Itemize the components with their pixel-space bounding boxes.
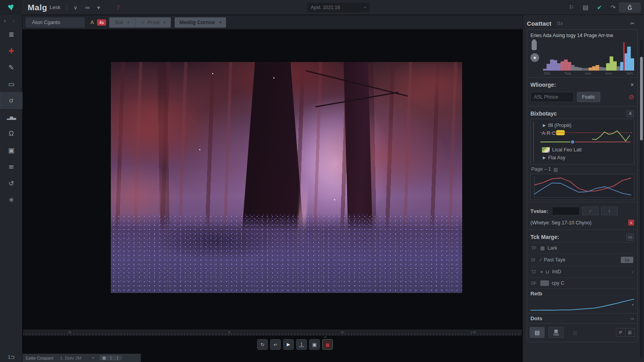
status-label: Eatte Ceapare (26, 356, 54, 360)
dust-speck (199, 149, 200, 150)
segment-prust-label: Prust (147, 19, 159, 25)
back-arrow-icon[interactable]: ‹ (4, 18, 6, 24)
play-button[interactable]: ▶ (283, 339, 294, 350)
ssa-button[interactable]: ▦ SSA (549, 327, 564, 338)
play-icon: ▶ (287, 342, 290, 347)
marge-row-lark[interactable]: TP ▤ Lark (530, 242, 634, 254)
page-row: Page – 1 ▦ (530, 164, 634, 174)
retb-label: Retb (530, 291, 542, 297)
list-view-button[interactable]: ▤ (530, 327, 545, 338)
whiteage-section: Wlioorge: ✕ ASL Phisce Foatic ⊘ (527, 77, 637, 106)
loop-button[interactable]: ↻ (257, 339, 268, 350)
page-grid-icon[interactable]: ▦ (553, 166, 558, 172)
retb-section: Retb ◂ (527, 289, 637, 313)
return-button[interactable]: ↵ (270, 339, 281, 350)
segment-prust[interactable]: ⤫ Prust ▾ (135, 17, 171, 28)
e-button[interactable]: |E (625, 328, 635, 337)
tool-undo-hand[interactable]: ↺ (0, 175, 22, 192)
close-icon[interactable]: ✕ (630, 82, 634, 88)
marge-row-intd[interactable]: TZ » ⊔ IntD › (530, 266, 634, 277)
timecode-dropdown[interactable]: Apxt. 1021:16 ▾ (307, 3, 370, 12)
tool-brush[interactable]: ✚ (0, 43, 22, 59)
list-menu-icon[interactable]: ≔ (85, 4, 90, 11)
brush-icon: ✚ (8, 47, 14, 55)
p-button[interactable]: P (616, 328, 625, 337)
panel-scrollbar[interactable] (640, 40, 643, 358)
arrow-right-icon[interactable]: ⇒ (630, 316, 634, 321)
record-button[interactable]: a (322, 339, 333, 350)
row-label: cpy C (552, 280, 564, 286)
tool-pen[interactable]: ✎ (0, 59, 22, 76)
blend-slider[interactable] (540, 139, 631, 145)
alert-circle-icon[interactable]: ⊘ (629, 93, 634, 101)
foatic-button[interactable]: Foatic (577, 92, 600, 102)
curve-mode-label: Medlig Cornve (179, 19, 215, 25)
whetype-row: (Whetye: Seg 17-10 Chyno) я (530, 218, 634, 228)
segment-sok[interactable]: Sok ▾ (109, 17, 135, 28)
redo-arrow-icon[interactable]: ↷ (610, 4, 616, 11)
timeline-tick-label: 45 (68, 330, 71, 334)
tree-item-local[interactable]: Lical Feo Latt (536, 146, 631, 154)
sidebar-footer-icon[interactable]: 1⊐ (0, 353, 22, 361)
red-square-badge[interactable]: я (628, 220, 634, 226)
slash-button[interactable]: ∕ (582, 207, 599, 215)
histogram-section: Eries Ada Asing togy 14 Prage Arr-tne ◆ … (527, 30, 637, 77)
layers-count-button[interactable]: 4 (626, 110, 634, 117)
bar-chart-icon: ▂▅▃ (7, 115, 15, 120)
scrollbar-thumb[interactable] (640, 57, 643, 140)
layer-thumbnail (542, 147, 550, 153)
tool-waves[interactable]: ≋ (0, 159, 22, 175)
value-input[interactable] (552, 207, 580, 215)
tool-chart[interactable]: ▂▅▃ (0, 109, 22, 125)
g-button[interactable]: Ĝ (619, 2, 641, 13)
chevron-right-icon[interactable]: › (632, 269, 633, 274)
row-value-button[interactable]: 1a (621, 257, 633, 263)
playhead-marker[interactable]: ⌐ (325, 335, 327, 339)
ghost-button[interactable]: ▥ (567, 327, 582, 338)
chevron-down-icon[interactable]: ▾ (97, 4, 100, 11)
flag-icon[interactable]: ⚐ (569, 4, 574, 11)
bar-icon[interactable]: ❘ (114, 356, 120, 360)
wrench-icon[interactable]: ✂ (630, 21, 635, 26)
check-menu-icon[interactable]: ∨ (73, 4, 77, 11)
canvas-area[interactable]: 455.601:05 ⌐ ↻ ↵ ▶ 1 ▣ a Eatte Ceapare 1… (22, 29, 523, 362)
chevron-down-icon[interactable]: ▾ (92, 356, 94, 360)
tool-options-label: Aton Cgants (26, 17, 85, 28)
fit-button[interactable]: ▣ (309, 339, 320, 350)
tool-lasso[interactable]: σ (0, 92, 22, 109)
color-swatch[interactable] (540, 280, 549, 286)
marge-row-past-taye[interactable]: DI ∕ Past Taye 1a (530, 254, 634, 266)
forward-arrow-icon[interactable]: › (13, 18, 14, 24)
chevron-down-icon: ▾ (220, 21, 222, 24)
shapes-icon: ✳ (8, 196, 14, 204)
photo-preview[interactable] (111, 62, 462, 293)
tool-shapes[interactable]: ✳ (0, 192, 22, 208)
tool-person[interactable]: Ω (0, 125, 22, 142)
auto-letter-icon[interactable]: A (90, 19, 94, 25)
tool-layers[interactable]: ≣ (0, 26, 22, 43)
value-label: Tvelae: (530, 208, 548, 214)
clipboard-icon[interactable]: ▤ (583, 4, 588, 11)
app-subtitle: Lesk (50, 4, 60, 10)
info-button[interactable]: i (601, 207, 618, 215)
histogram-axis-labels: Odo Tiuq xow sovv 3a/C (530, 71, 634, 75)
tree-item-label: ► Ifil (Propiii) (542, 123, 571, 128)
step-button[interactable]: 1 (296, 339, 307, 350)
top-bar: ♥ Malg Lesk ∨ ≔ ▾ 7 Apxt. 1021:16 ▾ ⚐ ▤ … (0, 0, 644, 15)
slider-knob[interactable] (570, 140, 575, 144)
battery-icon[interactable] (532, 41, 537, 50)
preset-dropdown[interactable]: 1. Dislv 3M (60, 356, 81, 360)
tree-item-flai[interactable]: ► Flai Asy (536, 154, 631, 162)
diamond-button[interactable]: ◆ (530, 53, 539, 62)
collapse-button[interactable]: ▭ (626, 233, 634, 241)
curve-mode-dropdown[interactable]: Medlig Cornve ▾ (175, 17, 226, 28)
brand-check-icon[interactable]: ✔ (597, 4, 602, 11)
whiteage-input[interactable]: ASL Phisce (530, 92, 574, 102)
app-logo[interactable]: ♥ (0, 0, 22, 15)
tool-frame[interactable]: ▣ (0, 142, 22, 159)
tool-crop[interactable]: ▭ (0, 76, 22, 92)
bar-icon[interactable]: ❘ (108, 356, 114, 360)
grid-icon[interactable]: ▦ (101, 356, 107, 360)
marge-row-cpy[interactable]: DF cpy C (530, 277, 634, 289)
timeline-ruler[interactable]: 455.601:05 (23, 330, 522, 336)
